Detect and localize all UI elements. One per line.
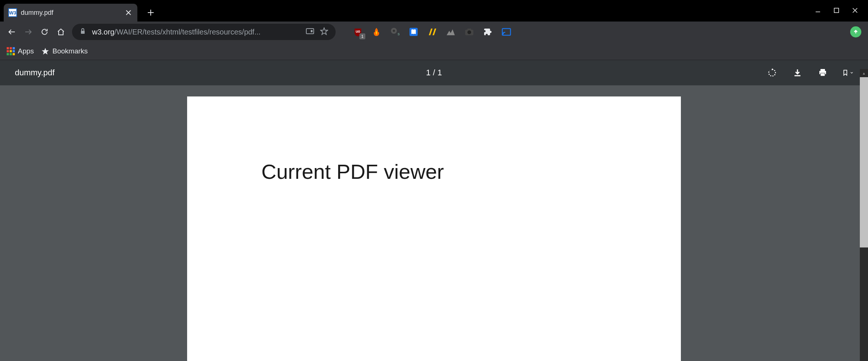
mountain-extension-icon[interactable] bbox=[446, 27, 456, 37]
reload-button[interactable] bbox=[39, 27, 50, 37]
pdf-toolbar: dummy.pdf 1 / 1 bbox=[0, 60, 868, 85]
pdf-filename: dummy.pdf bbox=[15, 68, 55, 78]
window-title-bar: W3 dummy.pdf bbox=[0, 0, 868, 22]
pdf-actions bbox=[767, 68, 853, 78]
url-domain: w3.org bbox=[92, 28, 114, 36]
ublock-extension-icon[interactable]: uo 1 bbox=[353, 27, 363, 37]
browser-tab[interactable]: W3 dummy.pdf bbox=[4, 4, 137, 22]
scroll-thumb[interactable] bbox=[860, 77, 868, 247]
svg-rect-0 bbox=[834, 8, 839, 13]
print-icon[interactable] bbox=[818, 68, 828, 78]
svg-text:uo: uo bbox=[356, 29, 360, 33]
camera-extension-icon[interactable] bbox=[464, 27, 474, 37]
window-controls bbox=[814, 4, 868, 14]
cast-icon[interactable] bbox=[501, 27, 512, 37]
pdf-viewport[interactable]: Current PDF viewer bbox=[0, 85, 868, 361]
scroll-track[interactable] bbox=[860, 77, 868, 361]
gear-extension-icon[interactable]: s bbox=[390, 27, 400, 37]
minimize-window-icon[interactable] bbox=[814, 7, 822, 14]
rotate-icon[interactable] bbox=[767, 68, 777, 78]
maximize-window-icon[interactable] bbox=[833, 7, 840, 14]
tab-title: dummy.pdf bbox=[21, 9, 120, 17]
puzzle-extensions-icon[interactable] bbox=[483, 27, 493, 37]
star-bookmark-icon[interactable] bbox=[320, 27, 328, 37]
svg-rect-1 bbox=[81, 31, 85, 34]
scroll-up-arrow[interactable]: ▲ bbox=[860, 69, 868, 77]
bookmarks-shortcut[interactable]: Bookmarks bbox=[41, 47, 88, 55]
flame-extension-icon[interactable] bbox=[371, 27, 382, 37]
home-button[interactable] bbox=[56, 27, 66, 37]
bookmarks-bar: Apps Bookmarks bbox=[0, 42, 868, 60]
apps-grid-icon bbox=[7, 47, 15, 55]
svg-point-6 bbox=[393, 30, 395, 32]
bookmark-menu[interactable] bbox=[843, 68, 853, 78]
profile-avatar[interactable] bbox=[850, 26, 861, 37]
extension-badge: 1 bbox=[359, 33, 365, 39]
w3-favicon: W3 bbox=[8, 8, 17, 17]
download-icon[interactable] bbox=[792, 68, 803, 78]
svg-text:s: s bbox=[398, 32, 400, 36]
url-text: w3.org/WAI/ER/tests/xhtml/testfiles/reso… bbox=[92, 28, 300, 36]
star-icon bbox=[41, 47, 49, 55]
lock-icon bbox=[79, 28, 86, 36]
svg-rect-15 bbox=[820, 73, 825, 76]
vertical-scrollbar[interactable]: ▲ bbox=[860, 69, 868, 361]
svg-rect-11 bbox=[467, 29, 471, 30]
tab-strip: W3 dummy.pdf bbox=[0, 4, 157, 22]
install-pwa-icon[interactable] bbox=[306, 27, 314, 36]
close-window-icon[interactable] bbox=[851, 7, 859, 14]
svg-point-10 bbox=[467, 30, 471, 34]
svg-rect-3 bbox=[311, 30, 313, 32]
apps-label: Apps bbox=[18, 47, 34, 55]
address-bar: w3.org/WAI/ER/tests/xhtml/testfiles/reso… bbox=[0, 22, 868, 42]
forward-button[interactable] bbox=[23, 27, 33, 37]
svg-rect-13 bbox=[820, 69, 825, 71]
chevron-down-icon bbox=[850, 71, 853, 74]
bookmarks-label: Bookmarks bbox=[52, 47, 88, 55]
omnibox[interactable]: w3.org/WAI/ER/tests/xhtml/testfiles/reso… bbox=[72, 24, 336, 40]
extensions-area: uo 1 s bbox=[353, 27, 512, 37]
bookmark-icon bbox=[843, 68, 848, 78]
new-tab-button[interactable] bbox=[145, 7, 157, 19]
pdf-heading: Current PDF viewer bbox=[261, 160, 607, 184]
stripes-extension-icon[interactable] bbox=[427, 27, 437, 37]
page-indicator: 1 / 1 bbox=[426, 68, 442, 78]
book-extension-icon[interactable] bbox=[408, 27, 419, 37]
url-path: /WAI/ER/tests/xhtml/testfiles/resources/… bbox=[114, 28, 261, 36]
close-tab-icon[interactable] bbox=[124, 8, 133, 17]
back-button[interactable] bbox=[7, 27, 17, 37]
pdf-page: Current PDF viewer bbox=[187, 96, 681, 361]
apps-shortcut[interactable]: Apps bbox=[7, 47, 34, 55]
